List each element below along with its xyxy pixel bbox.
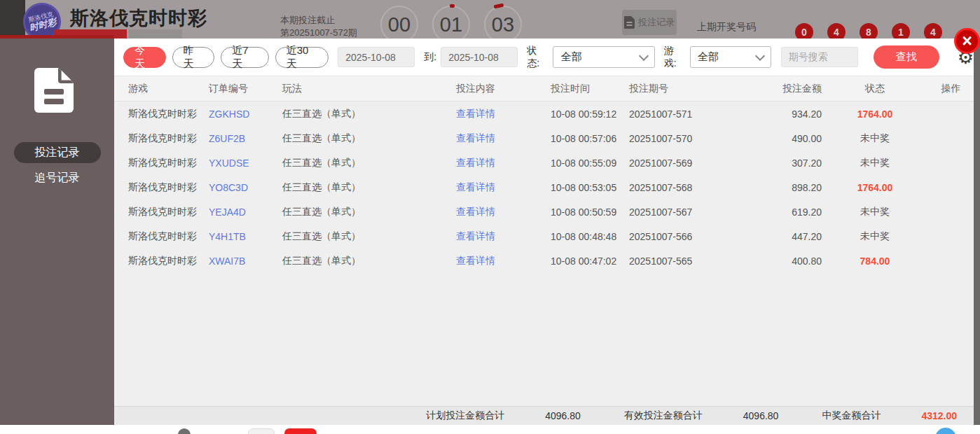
filter-bar: 今天昨天近7天近30天 2025-10-08 到: 2025-10-08 状态:… [114,38,974,76]
header-tab-inactive[interactable] [129,29,182,38]
modal-sidebar: 投注记录追号记录 [0,38,114,425]
records-table: 游戏订单编号玩法投注内容投注时间投注期号投注金额状态操作 斯洛伐克时时彩ZGKH… [114,76,974,406]
period-cell: 20251007-567 [629,206,759,218]
bet-records-button-label: 投注记录 [638,16,675,29]
play-cell: 任三直选（单式） [282,108,456,120]
order-link[interactable]: YXUDSE [209,158,282,169]
table-row: 斯洛伐克时时彩XWAI7B任三直选（单式）查看详情10-08 00:47:022… [114,248,974,273]
quick-range-button[interactable]: 今天 [123,47,166,68]
customer-service-icon[interactable] [935,428,956,434]
table-header-row: 游戏订单编号玩法投注内容投注时间投注期号投注金额状态操作 [114,76,974,102]
order-link[interactable]: YO8C3D [209,182,282,193]
time-cell: 10-08 00:55:09 [551,158,629,169]
time-cell: 10-08 00:57:06 [551,133,629,144]
view-details-link[interactable]: 查看详情 [456,255,551,267]
column-header: 玩法 [282,83,456,95]
countdown-digit: 03 [484,6,522,43]
date-from-input[interactable]: 2025-10-08 [338,47,415,67]
period-cell: 20251007-566 [629,231,759,242]
header-dark-corner [0,0,25,38]
view-details-link[interactable]: 查看详情 [456,181,551,194]
order-link[interactable]: Z6UF2B [209,133,282,144]
game-cell: 斯洛伐克时时彩 [114,255,209,267]
sidebar-item[interactable]: 投注记录 [14,142,101,163]
records-doc-icon [34,68,74,113]
time-cell: 10-08 00:53:05 [551,182,629,193]
view-details-link[interactable]: 查看详情 [456,230,551,243]
status-label: 状态: [527,45,548,70]
amount-cell: 898.20 [759,182,822,193]
page-scrollbar[interactable] [974,38,980,425]
table-row: 斯洛伐克时时彩YEJA4D任三直选（单式）查看详情10-08 00:50:592… [114,200,974,224]
status-cell: 1764.00 [822,108,928,120]
play-cell: 任三直选（单式） [282,206,456,218]
status-cell: 未中奖 [822,206,928,218]
table-row: 斯洛伐克时时彩Z6UF2B任三直选（单式）查看详情10-08 00:57:062… [114,126,974,150]
page-bottom-strip [0,425,980,434]
column-header: 投注时间 [551,83,629,95]
document-icon [624,16,635,29]
bet-records-modal: 今天昨天近7天近30天 2025-10-08 到: 2025-10-08 状态:… [114,38,974,425]
table-row: 斯洛伐克时时彩YO8C3D任三直选（单式）查看详情10-08 00:53:052… [114,175,974,200]
current-period-label: 第20251007-572期 [280,27,357,39]
page-title: 斯洛伐克时时彩 [70,6,207,31]
column-header: 状态 [822,83,928,95]
play-cell: 任三直选（单式） [282,181,456,194]
game-cell: 斯洛伐克时时彩 [114,206,209,218]
game-cell: 斯洛伐克时时彩 [114,230,209,243]
game-cell: 斯洛伐克时时彩 [114,132,209,145]
column-header: 操作 [928,83,974,95]
order-link[interactable]: XWAI7B [209,255,282,267]
table-body: 斯洛伐克时时彩ZGKHSD任三直选（单式）查看详情10-08 00:59:122… [114,102,974,273]
sidebar-items: 投注记录追号记录 [0,138,114,192]
view-details-link[interactable]: 查看详情 [456,108,551,120]
amount-cell: 400.80 [759,255,822,267]
avatar [178,428,191,434]
sidebar-item[interactable]: 追号记录 [14,167,101,188]
order-link[interactable]: YEJA4D [209,206,282,218]
order-link[interactable]: ZGKHSD [209,108,282,120]
quick-range-button[interactable]: 昨天 [172,47,215,68]
bet-records-button[interactable]: 投注记录 [622,10,677,35]
view-details-link[interactable]: 查看详情 [456,206,551,218]
search-button[interactable]: 查找 [874,46,939,69]
countdown-digit: 00 [380,6,418,43]
column-header: 投注期号 [629,83,759,95]
table-row: 斯洛伐克时时彩YXUDSE任三直选（单式）查看详情10-08 00:55:092… [114,150,974,175]
countdown-digit: 01 [432,6,470,43]
quick-range-button[interactable]: 近30天 [275,47,329,68]
view-details-link[interactable]: 查看详情 [456,132,551,145]
planned-total-label: 计划投注金额合计 [426,410,504,422]
bottom-red-button[interactable] [284,428,317,434]
amount-cell: 307.20 [759,158,822,169]
order-link[interactable]: Y4H1TB [209,231,282,242]
amount-cell: 490.00 [759,133,822,144]
deadline-label: 本期投注截止 [280,14,335,27]
play-cell: 任三直选（单式） [282,157,456,169]
countdown-timer: 000103 [380,6,522,43]
game-cell: 斯洛伐克时时彩 [114,181,209,194]
table-row: 斯洛伐克时时彩Y4H1TB任三直选（单式）查看详情10-08 00:48:482… [114,224,974,248]
planned-total-value: 4096.80 [545,410,581,421]
play-cell: 任三直选（单式） [282,132,456,145]
status-cell: 未中奖 [822,157,928,169]
period-search-input[interactable]: 期号搜索 [781,47,858,67]
game-select[interactable]: 全部 [690,46,771,68]
table-row: 斯洛伐克时时彩ZGKHSD任三直选（单式）查看详情10-08 00:59:122… [114,102,974,126]
game-select-value: 全部 [698,50,719,64]
time-cell: 10-08 00:59:12 [551,108,629,120]
chevron-down-icon [755,50,765,60]
view-details-link[interactable]: 查看详情 [456,157,551,169]
status-cell: 未中奖 [822,132,928,145]
page-header-dimmed: 斯洛伐克 时时彩 斯洛伐克时时彩 本期投注截止 第20251007-572期 0… [0,0,980,38]
period-cell: 20251007-569 [629,158,759,169]
bottom-gray-button[interactable] [248,428,275,434]
last-draw-label: 上期开奖号码 [697,21,756,34]
quick-range-button[interactable]: 近7天 [221,47,269,68]
status-select[interactable]: 全部 [553,46,654,68]
column-header: 订单编号 [209,83,282,95]
date-to-input[interactable]: 2025-10-08 [441,47,518,67]
column-header: 游戏 [114,83,209,95]
time-cell: 10-08 00:48:48 [551,231,629,242]
close-icon[interactable]: × [954,28,980,54]
